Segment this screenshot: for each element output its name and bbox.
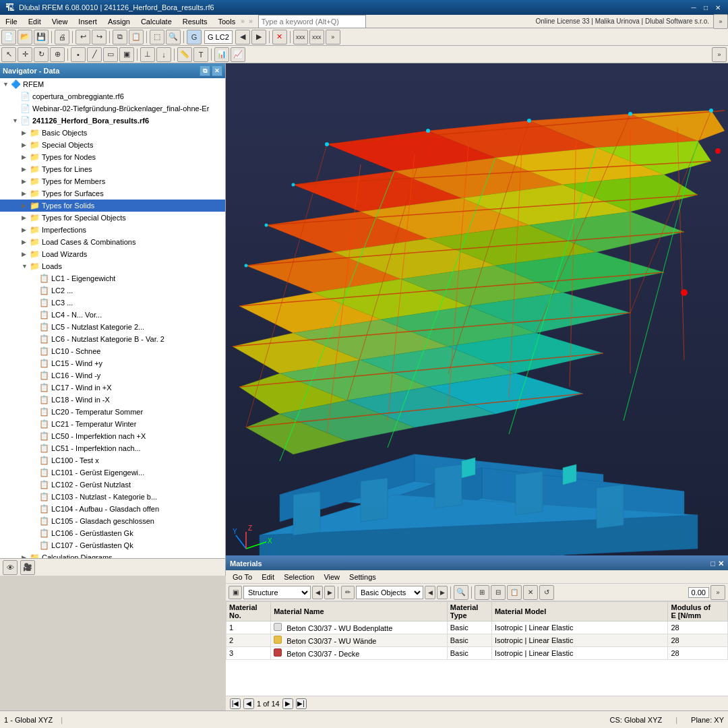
nav-close-button[interactable]: ✕ <box>212 65 222 76</box>
tree-item-basic[interactable]: ▶ 📁 Basic Objects <box>0 127 225 139</box>
tree-item-special[interactable]: ▶ 📁 Special Objects <box>0 139 225 151</box>
tree-item-lc4[interactable]: 📋 LC4 - N... Vor... <box>0 309 225 321</box>
tree-item-solids[interactable]: ▶ 📁 Types for Solids <box>0 200 225 212</box>
tree-item-lc102[interactable]: 📋 LC102 - Gerüst Nutzlast <box>0 479 225 491</box>
tree-item-imperfections[interactable]: ▶ 📁 Imperfections <box>0 224 225 236</box>
menu-assign[interactable]: Assign <box>102 15 135 28</box>
tree-item-surfaces[interactable]: ▶ 📁 Types for Surfaces <box>0 187 225 200</box>
page-next-button[interactable]: ▶ <box>282 698 293 709</box>
mat-obj-next-button[interactable]: ▶ <box>437 586 448 599</box>
mat-tool4[interactable]: ✕ <box>523 585 538 600</box>
menu-calculate[interactable]: Calculate <box>135 15 177 28</box>
tree-item-lc5[interactable]: 📋 LC5 - Nutzlast Kategorie 2... <box>0 321 225 333</box>
tree-item-lc101[interactable]: 📋 LC101 - Gerüst Eigengewi... <box>0 466 225 479</box>
cursor-button[interactable]: ↖ <box>1 47 16 62</box>
mat-tool5[interactable]: ↺ <box>539 585 554 600</box>
mat-close-button[interactable]: ✕ <box>718 559 724 568</box>
tree-item-file1[interactable]: 📄 copertura_ombreggiante.rf6 <box>0 90 225 102</box>
undo-button[interactable]: ↩ <box>75 30 90 44</box>
mat-tool2[interactable]: ⊟ <box>491 585 506 600</box>
view3d-button[interactable]: G <box>187 30 202 44</box>
mat-goto-menu[interactable]: Go To <box>229 570 256 583</box>
tree-item-lc6[interactable]: 📋 LC6 - Nutzlast Kategorie B - Var. 2 <box>0 333 225 345</box>
mat-tool3[interactable]: 📋 <box>507 585 522 600</box>
support-button[interactable]: ⊥ <box>140 47 155 62</box>
expand-imperfections[interactable]: ▶ <box>22 226 30 233</box>
more-tools-button[interactable]: » <box>712 47 727 62</box>
expand-special[interactable]: ▶ <box>22 142 30 148</box>
expand-surfaces[interactable]: ▶ <box>22 190 30 197</box>
print-button[interactable]: 🖨 <box>55 30 69 44</box>
menu-edit[interactable]: Edit <box>23 15 47 28</box>
page-first-button[interactable]: |◀ <box>230 698 241 709</box>
mat-restore-button[interactable]: □ <box>710 559 715 568</box>
3d-view[interactable]: X Y Z <box>226 63 728 576</box>
zoom-button[interactable]: 🔍 <box>166 30 181 44</box>
more-button[interactable]: » <box>326 30 340 44</box>
expand-lines[interactable]: ▶ <box>22 166 30 173</box>
table-row[interactable]: 3 Beton C30/37 - Decke Basic Isotropic |… <box>226 647 728 660</box>
expand-members[interactable]: ▶ <box>22 178 30 185</box>
diagram-button[interactable]: 📈 <box>231 47 245 62</box>
surface-button[interactable]: ▭ <box>103 47 118 62</box>
expand-loadcases[interactable]: ▶ <box>22 239 30 245</box>
tree-item-lc3[interactable]: 📋 LC3 ... <box>0 297 225 309</box>
annotate-button[interactable]: T <box>193 47 208 62</box>
lc-next[interactable]: ▶ <box>251 30 266 44</box>
search-input[interactable] <box>258 15 366 28</box>
save-button[interactable]: 💾 <box>34 30 49 44</box>
mat-search-button[interactable]: 🔍 <box>454 585 468 600</box>
tree-item-lc21[interactable]: 📋 LC21 - Temperatur Winter <box>0 418 225 430</box>
tree-item-active-file[interactable]: ▼ 📄 241126_Herford_Bora_results.rf6 <box>0 115 225 127</box>
structure-dropdown[interactable]: Structure <box>243 586 311 599</box>
menu-insert[interactable]: Insert <box>73 15 102 28</box>
paste-button[interactable]: 📋 <box>129 30 144 44</box>
tree-item-lc106[interactable]: 📋 LC106 - Gerüstlasten Gk <box>0 527 225 539</box>
mat-selection-menu[interactable]: Selection <box>280 570 318 583</box>
expand-loads[interactable]: ▼ <box>22 263 30 270</box>
close-button[interactable]: ✕ <box>713 3 723 12</box>
tree-item-lc103[interactable]: 📋 LC103 - Nutzlast - Kategorie b... <box>0 491 225 503</box>
expand-special-types[interactable]: ▶ <box>22 214 30 221</box>
tree-item-lc50[interactable]: 📋 LC50 - Imperfektion nach +X <box>0 430 225 442</box>
mat-view-menu[interactable]: View <box>320 570 344 583</box>
menu-view[interactable]: View <box>47 15 73 28</box>
page-last-button[interactable]: ▶| <box>296 698 307 709</box>
solid-button[interactable]: ▣ <box>119 47 134 62</box>
mat-edit-menu[interactable]: Edit <box>257 570 278 583</box>
tree-item-members[interactable]: ▶ 📁 Types for Members <box>0 175 225 187</box>
menu-results[interactable]: Results <box>177 15 213 28</box>
new-button[interactable]: 📄 <box>1 30 16 44</box>
expand-wizards[interactable]: ▶ <box>22 251 30 257</box>
mat-obj-prev-button[interactable]: ◀ <box>425 586 435 599</box>
tree-item-special-types[interactable]: ▶ 📁 Types for Special Objects <box>0 212 225 224</box>
rotate-button[interactable]: ↻ <box>34 47 49 62</box>
table-row[interactable]: 1 Beton C30/37 - WU Bodenplatte Basic Is… <box>226 621 728 634</box>
expand-basic[interactable]: ▶ <box>22 129 30 136</box>
nav-restore-button[interactable]: ⧉ <box>200 65 210 76</box>
tree-item-file2[interactable]: 📄 Webinar-02-Tiefgründung-Brückenlager_f… <box>0 102 225 115</box>
tree-item-lc51[interactable]: 📋 LC51 - Imperfektion nach... <box>0 442 225 454</box>
num1-button[interactable]: xxx <box>293 30 308 44</box>
move-button[interactable]: ✛ <box>18 47 32 62</box>
tree-item-lc10[interactable]: 📋 LC10 - Schnee <box>0 345 225 357</box>
menu-tools[interactable]: Tools <box>212 15 241 28</box>
maximize-button[interactable]: □ <box>701 3 710 12</box>
page-prev-button[interactable]: ◀ <box>243 698 254 709</box>
results-view-button[interactable]: 📊 <box>214 47 229 62</box>
expand-solids[interactable]: ▶ <box>22 202 30 209</box>
mat-tool1[interactable]: ⊞ <box>475 585 489 600</box>
measure-button[interactable]: 📏 <box>177 47 192 62</box>
tree-item-lc105[interactable]: 📋 LC105 - Glasdach geschlossen <box>0 515 225 527</box>
tree-item-lc107[interactable]: 📋 LC107 - Gerüstlasten Qk <box>0 539 225 551</box>
delete-button[interactable]: ✕ <box>272 30 287 44</box>
mat-settings-menu[interactable]: Settings <box>345 570 380 583</box>
num2-button[interactable]: xxx <box>309 30 324 44</box>
expand-rfem[interactable]: ▼ <box>3 81 11 88</box>
menu-file[interactable]: File <box>0 15 23 28</box>
tree-item-loads[interactable]: ▼ 📁 Loads <box>0 260 225 272</box>
tree-item-rfem[interactable]: ▼ 🔷 RFEM <box>0 78 225 90</box>
mat-next-button[interactable]: ▶ <box>324 586 335 599</box>
snap-button[interactable]: ⊕ <box>50 47 65 62</box>
tree-item-lc104[interactable]: 📋 LC104 - Aufbau - Glasdach offen <box>0 503 225 515</box>
